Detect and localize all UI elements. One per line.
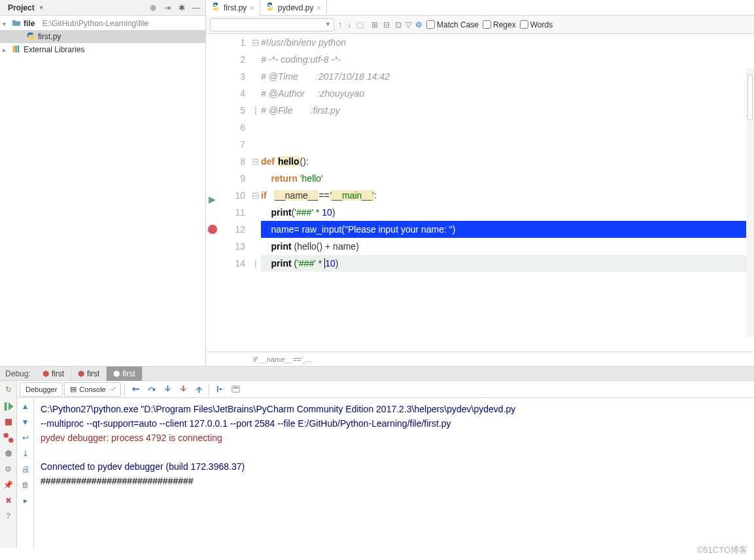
prev-match-icon[interactable]: ↑ [338,20,342,29]
watermark: ©51CTO博客 [697,544,747,556]
scroll-end-icon[interactable]: ⤓ [19,447,32,460]
filter-icon[interactable]: ▽ [405,20,411,29]
console-tab-button[interactable]: ▤Console→' [64,382,121,397]
down-icon[interactable]: ▼ [19,416,32,429]
code-text: name [333,241,356,252]
pin-icon[interactable]: 📌 [2,478,15,491]
code-text: 10 [322,207,332,218]
regex-check[interactable]: Regex [483,20,516,29]
debug-session-tab[interactable]: ⬢first [36,367,71,381]
clear-icon[interactable]: 🗑 [19,478,32,491]
view-breakpoints-icon[interactable] [2,431,15,444]
line-gutter: 12345 6789 ▶10 11 12 1314 [206,34,250,352]
code-text: '###' [294,207,313,218]
code-text: # @Time :2017/10/18 14:42 [261,71,390,82]
run-to-cursor-icon[interactable] [213,382,227,397]
search-history-icon[interactable]: ▼ [325,21,331,27]
code-text: # @Author :zhouyuyao [261,88,364,99]
svg-rect-5 [232,386,239,392]
remove-selection-icon[interactable]: ⊟ [383,20,390,29]
tree-root[interactable]: ▾ file E:\GitHub\Python-Learning\file [0,17,205,30]
add-selection-icon[interactable]: ⊞ [371,20,378,29]
root-label: file [24,19,35,28]
python-prompt-icon[interactable]: ▸ [19,494,32,507]
regex-label: Regex [493,20,516,29]
evaluate-icon[interactable] [228,382,243,397]
debug-toolbar: ↻ Debugger ▤Console→' [0,381,754,398]
project-tree[interactable]: ▾ file E:\GitHub\Python-Learning\file fi… [0,16,205,366]
scrollbar[interactable] [746,68,754,337]
tab-label: first.py [224,3,247,12]
step-over-icon[interactable] [144,382,158,397]
stop-icon[interactable] [2,416,15,429]
settings-icon[interactable]: ⚙ [2,463,15,476]
console-line: Connected to pydev debugger (build 172.3… [41,459,747,474]
search-input[interactable] [210,18,334,31]
debug-label: Debug: [0,369,36,378]
resume-icon[interactable] [2,400,15,413]
console-icon: ▤ [70,385,77,393]
svg-rect-7 [4,403,7,411]
tree-file-first[interactable]: first.py [0,30,205,43]
print-icon[interactable]: 🖨 [19,463,32,476]
expand-icon[interactable]: ▸ [3,46,9,54]
up-icon[interactable]: ▲ [19,400,32,413]
breadcrumb[interactable]: if __name__=='_... [206,352,754,366]
console-output[interactable]: C:\Python27\python.exe "D:\Program Files… [34,398,754,548]
debugger-tab-button[interactable]: Debugger [20,382,63,397]
gear-icon[interactable]: ✱ [177,3,187,13]
svg-rect-4 [18,45,20,52]
debug-session-tab-active[interactable]: ⬢first [107,367,142,381]
close-icon[interactable]: × [317,4,320,12]
debug-session-tab[interactable]: ⬢first [71,367,107,381]
close-icon[interactable]: × [250,4,254,12]
soft-wrap-icon[interactable]: ↩ [19,431,32,444]
code-text: print [271,241,294,252]
collapse-icon[interactable]: ⇥ [162,3,173,13]
close-panel-icon[interactable]: ✖ [2,494,15,507]
code-editor[interactable]: 12345 6789 ▶10 11 12 1314 ⊟⌊ ⊟⊟ ⌊ #!/usr… [206,34,754,352]
code-text: '###' [297,258,316,269]
code-text: == [318,190,329,201]
words-label: Words [530,20,553,29]
tab-pydevd-py[interactable]: pydevd.py × [260,0,327,16]
code-text: ) [332,207,335,218]
step-out-icon[interactable] [191,382,205,397]
fold-column: ⊟⌊ ⊟⊟ ⌊ [250,34,261,352]
hide-icon[interactable]: — [191,3,201,13]
select-all-icon[interactable]: ⬚ [356,20,364,29]
dropdown-icon[interactable]: ▼ [39,5,44,11]
help-icon[interactable]: ? [2,510,15,523]
tab-first-py[interactable]: first.py × [206,0,260,16]
btn-label: Debugger [26,386,57,393]
settings-gear-icon[interactable]: ⚙ [415,20,422,29]
words-check[interactable]: Words [520,20,553,29]
code-text: ) [356,241,359,252]
next-match-icon[interactable]: ↓ [347,20,351,29]
show-exec-point-icon[interactable] [128,382,143,397]
scroll-from-source-icon[interactable]: ⊕ [148,3,158,13]
code-text: : [375,190,377,201]
select-all-occ-icon[interactable]: ⊡ [395,20,402,29]
match-case-check[interactable]: Match Case [426,20,479,29]
root-path: E:\GitHub\Python-Learning\file [43,19,148,28]
tab-label: pydevd.py [278,3,314,12]
svg-point-9 [3,433,9,438]
tree-external-libs[interactable]: ▸ External Libraries [0,43,205,56]
python-file-icon [26,31,35,42]
tab-label: first [122,369,135,378]
code-text: hello [297,241,317,252]
console-line: pydev debugger: process 4792 is connecti… [41,431,747,445]
debug-left-rail: ⚙ 📌 ✖ ? [0,398,17,548]
force-step-into-icon[interactable] [175,382,190,397]
editor-area: first.py × pydevd.py × 🔍 ▼ ↑ ↓ ⬚ ⊞ [206,0,754,366]
step-into-icon[interactable] [160,382,174,397]
bug-icon: ⬢ [78,369,84,378]
code-content[interactable]: #!/usr/bin/env python # -*- coding:utf-8… [261,34,754,352]
mute-breakpoints-icon[interactable] [2,447,15,460]
rerun-icon[interactable]: ↻ [2,383,15,396]
expand-icon[interactable]: ▾ [3,20,9,27]
breakpoint-icon[interactable] [208,225,217,234]
tab-label: first [52,369,64,378]
btn-label: Console [79,386,105,393]
